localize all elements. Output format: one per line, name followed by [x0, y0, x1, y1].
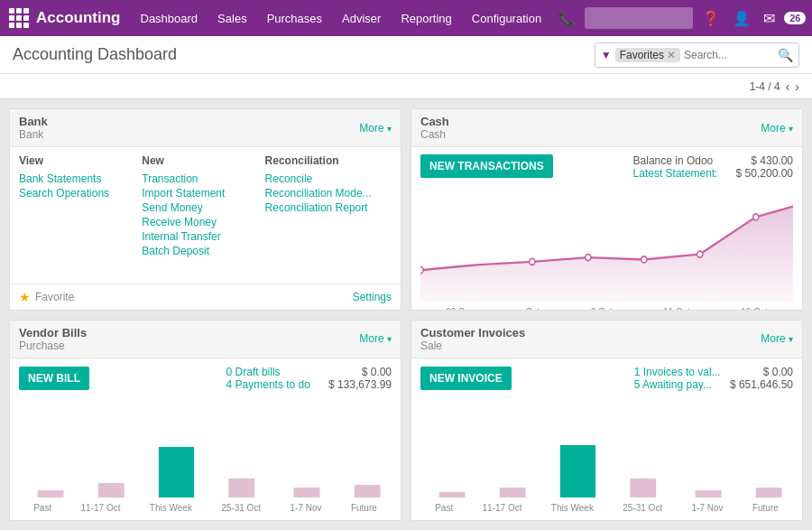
mail-icon[interactable]: ✉ [760, 10, 779, 27]
phone-icon[interactable]: 📞 [554, 10, 579, 27]
next-page-btn[interactable]: › [795, 79, 799, 94]
draft-bills-label: 0 Draft bills [226, 366, 281, 378]
link-batch-deposit[interactable]: Batch Deposit [142, 245, 264, 257]
search-bar: ▼ Favorites ✕ 🔍 [595, 42, 799, 68]
nav-reporting[interactable]: Reporting [392, 0, 460, 36]
nav-right-tools: 📞 ❓ 👤 ✉ 26 [554, 7, 806, 29]
svg-rect-7 [98, 483, 125, 497]
cash-line-chart [420, 185, 793, 302]
search-input[interactable] [684, 49, 774, 61]
bank-col-headers: View New Reconciliation [19, 154, 392, 167]
page-info: 1-4 / 4 [750, 80, 780, 93]
customer-axis-2: This Week [551, 503, 594, 513]
vendor-bills-card: Vendor Bills Purchase More ▾ NEW BILL 0 … [9, 320, 401, 522]
search-icon[interactable]: 🔍 [778, 48, 793, 62]
bank-card-body: View New Reconciliation Bank Statements … [10, 147, 401, 284]
settings-link[interactable]: Settings [353, 291, 392, 303]
svg-point-5 [753, 214, 759, 220]
balance-amount: $ 430.00 [751, 154, 793, 167]
view-links: Bank Statements Search Operations [19, 172, 142, 276]
customer-axis-1: 11-17 Oct [483, 503, 522, 513]
svg-point-3 [641, 256, 647, 263]
draft-bills-row: 0 Draft bills $ 0.00 [226, 366, 392, 378]
svg-point-1 [530, 258, 535, 265]
link-search-operations[interactable]: Search Operations [19, 187, 142, 200]
vendor-title-block: Vendor Bills Purchase [19, 326, 359, 352]
customer-stats: 1 Invoices to val... $ 0.00 5 Awaiting p… [634, 366, 793, 391]
link-reconciliation-mode[interactable]: Reconciliation Mode... [265, 187, 388, 200]
nav-search-input[interactable] [585, 7, 693, 29]
app-name: Accounting [36, 9, 121, 27]
notification-badge[interactable]: 26 [784, 12, 806, 24]
nav-dashboard[interactable]: Dashboard [132, 0, 208, 36]
customer-axis-4: 1-7 Nov [692, 503, 724, 513]
customer-bar-chart-area: Past 11-17 Oct This Week 25-31 Oct 1-7 N… [420, 395, 793, 514]
customer-more-btn[interactable]: More ▾ [761, 332, 793, 345]
login-icon[interactable]: 👤 [729, 10, 754, 27]
new-transactions-btn[interactable]: NEW TRANSACTIONS [420, 154, 553, 178]
link-transaction[interactable]: Transaction [142, 172, 264, 185]
cash-card-body: NEW TRANSACTIONS Balance in Odoo $ 430.0… [411, 147, 802, 310]
pagination-bar: 1-4 / 4 ‹ › [0, 74, 812, 99]
vendor-card-subtitle: Purchase [19, 339, 359, 352]
reconciliation-links: Reconcile Reconciliation Mode... Reconci… [265, 172, 388, 276]
vendor-axis-3: 25-31 Oct [221, 503, 261, 513]
customer-invoices-card: Customer Invoices Sale More ▾ NEW INVOIC… [411, 320, 803, 522]
svg-point-4 [697, 251, 703, 257]
bank-card-footer: ★ Favorite Settings [10, 284, 401, 310]
filter-remove-icon[interactable]: ✕ [667, 49, 676, 61]
vendor-axis-4: 1-7 Nov [291, 503, 322, 513]
vendor-more-btn[interactable]: More ▾ [359, 332, 392, 345]
svg-rect-8 [159, 447, 194, 497]
svg-rect-13 [500, 488, 526, 497]
app-logo[interactable]: Accounting [9, 8, 121, 28]
new-invoice-btn[interactable]: NEW INVOICE [420, 367, 512, 390]
nav-adviser[interactable]: Adviser [333, 0, 390, 36]
cash-label-2: 6 Oct [591, 307, 613, 311]
nav-configuration[interactable]: Configuration [463, 0, 550, 36]
link-receive-money[interactable]: Receive Money [142, 216, 264, 228]
cash-card-title: Cash [420, 115, 761, 128]
nav-purchases[interactable]: Purchases [258, 0, 331, 36]
link-send-money[interactable]: Send Money [142, 201, 264, 214]
svg-rect-17 [756, 488, 782, 497]
cash-axis-labels: 26 Sep Oct 6 Oct 11 Oct 16 Oct [420, 307, 793, 311]
svg-rect-10 [294, 488, 320, 497]
svg-rect-12 [439, 492, 466, 497]
link-import-statement[interactable]: Import Statement [142, 187, 264, 200]
favorite-label: Favorite [35, 291, 74, 303]
cash-label-1: Oct [526, 307, 540, 311]
vendor-axis-1: 11-17 Oct [81, 503, 121, 513]
cash-label-3: 11 Oct [663, 307, 689, 311]
col-head-reconciliation: Reconciliation [265, 154, 388, 167]
prev-page-btn[interactable]: ‹ [786, 79, 790, 94]
link-internal-transfer[interactable]: Internal Transfer [142, 230, 264, 243]
customer-card-header: Customer Invoices Sale More ▾ [411, 321, 802, 358]
svg-rect-16 [696, 490, 722, 497]
customer-axis-5: Future [752, 503, 779, 513]
col-head-view: View [19, 154, 142, 167]
svg-rect-14 [560, 445, 595, 497]
vendor-bar-chart-area: Past 11-17 Oct This Week 25-31 Oct 1-7 N… [19, 395, 392, 514]
new-bill-btn[interactable]: NEW BILL [19, 367, 89, 390]
latest-label: Latest Statement: [633, 167, 718, 180]
bank-more-btn[interactable]: More ▾ [359, 122, 392, 135]
grid-icon [9, 8, 29, 28]
filter-tag: Favorites ✕ [615, 48, 680, 62]
link-bank-statements[interactable]: Bank Statements [19, 172, 142, 185]
nav-sales[interactable]: Sales [208, 0, 256, 36]
vendor-axis-0: Past [33, 503, 51, 513]
vendor-axis-2: This Week [150, 503, 192, 513]
bank-card-title: Bank [19, 115, 359, 128]
vendor-axis-5: Future [351, 503, 377, 513]
link-reconciliation-report[interactable]: Reconciliation Report [265, 201, 388, 214]
col-head-new: New [142, 154, 264, 167]
help-icon[interactable]: ❓ [698, 10, 724, 27]
favorite-star-icon[interactable]: ★ [19, 290, 31, 304]
cash-more-btn[interactable]: More ▾ [761, 122, 793, 135]
bank-card-subtitle: Bank [19, 128, 359, 141]
page-title: Accounting Dashboard [13, 45, 595, 64]
link-reconcile[interactable]: Reconcile [265, 172, 388, 185]
vendor-top-row: NEW BILL 0 Draft bills $ 0.00 4 Payments… [19, 366, 392, 391]
dashboard-grid: Bank Bank More ▾ View New Reconciliation… [0, 99, 812, 530]
